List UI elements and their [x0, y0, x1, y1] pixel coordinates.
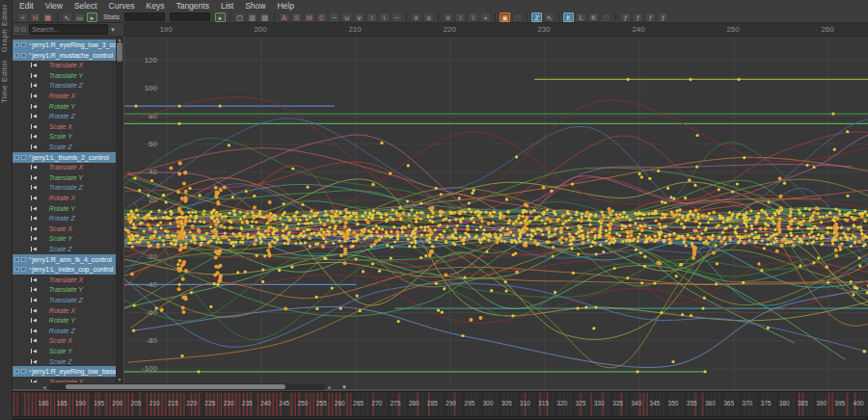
- mute-icon[interactable]: ◀: [31, 298, 37, 302]
- post-infinity-curve-icon-icon[interactable]: ƒ: [633, 13, 643, 22]
- time-snap-toggle-icon[interactable]: ▸: [87, 13, 97, 22]
- attribute-row[interactable]: ◀Rotate X: [13, 91, 116, 101]
- attribute-row[interactable]: ◀Rotate X: [13, 193, 116, 203]
- expand-caret-icon[interactable]: ^: [29, 267, 31, 273]
- frame-selection-button-icon[interactable]: ▨: [259, 13, 270, 22]
- channel-row[interactable]: ^jerry1:L_index_cup_control: [13, 264, 116, 275]
- attribute-row[interactable]: ◀Scale X: [13, 223, 116, 234]
- mute-icon[interactable]: ◀: [31, 287, 37, 292]
- scroll-right-icon[interactable]: ►: [326, 384, 334, 390]
- mute-toggle[interactable]: [21, 42, 26, 47]
- mute-toggle[interactable]: [21, 369, 26, 374]
- value-snap-toggle-icon[interactable]: ▸: [215, 13, 226, 22]
- mute-icon[interactable]: ◀: [31, 134, 37, 139]
- mute-icon[interactable]: ◀: [31, 216, 37, 221]
- list-filter-dropdown-icon[interactable]: ▼: [341, 384, 347, 390]
- clamped-tangent-button-icon[interactable]: M: [304, 13, 314, 22]
- buffer-curve-swap-button-icon[interactable]: •: [480, 13, 491, 22]
- menu-edit[interactable]: Edit: [19, 1, 34, 11]
- menu-list[interactable]: List: [221, 1, 233, 11]
- stacked-view-toggle-icon[interactable]: ▢: [512, 13, 523, 22]
- curve-view[interactable]: 120100806040200-20-40-60-80-100: [123, 37, 868, 389]
- oscillate-curve-icon-icon[interactable]: ƒ: [658, 13, 668, 22]
- attribute-row[interactable]: ◀Translate Y: [13, 172, 116, 183]
- attribute-row[interactable]: ◀Translate X: [13, 275, 116, 285]
- mute-icon[interactable]: ◀: [31, 206, 37, 211]
- solo-toggle[interactable]: [14, 42, 19, 47]
- channel-row[interactable]: ^jerry1:R_arm_fk_4_control: [13, 254, 116, 265]
- mute-icon[interactable]: ◀: [31, 185, 37, 190]
- mute-icon[interactable]: ◀: [31, 318, 37, 323]
- tab-time-editor[interactable]: Time Editor: [0, 60, 13, 103]
- linear-curve-icon-icon[interactable]: ∨: [354, 13, 365, 22]
- step-tangent-icon-icon[interactable]: \: [379, 13, 390, 22]
- insert-keys-tool-icon[interactable]: H: [30, 13, 41, 22]
- menu-curves[interactable]: Curves: [109, 1, 135, 11]
- time-slider[interactable]: 1801851901952002052102152202252302352402…: [0, 391, 868, 416]
- attribute-row[interactable]: ◀Rotate Z: [13, 111, 116, 121]
- attribute-row[interactable]: ◀Rotate Y: [13, 101, 116, 112]
- move-nearest-key-tool-icon[interactable]: +: [17, 13, 28, 22]
- attribute-row[interactable]: ◀Scale Z: [13, 356, 116, 367]
- mute-icon[interactable]: ◀: [31, 328, 37, 333]
- attribute-row[interactable]: ◀Translate X: [13, 162, 116, 172]
- attribute-row[interactable]: ◀Rotate Z: [13, 326, 116, 336]
- attribute-row[interactable]: ◀Rotate Y: [13, 203, 116, 214]
- curve-smoothness-button-icon[interactable]: K: [588, 13, 599, 22]
- break-tangents-button-icon[interactable]: x: [411, 13, 421, 22]
- attribute-row[interactable]: ◀Rotate X: [13, 305, 116, 316]
- mute-icon[interactable]: ◀: [31, 93, 37, 98]
- frame-playback-button-icon[interactable]: ▥: [247, 13, 258, 22]
- channel-row[interactable]: ^jerry1:R_eyeRing_low_base_co: [13, 366, 116, 377]
- absolute-view-toggle-icon[interactable]: ▣: [500, 13, 510, 22]
- attribute-row[interactable]: ◀Translate Z: [13, 295, 116, 305]
- expand-caret-icon[interactable]: ^: [29, 256, 31, 262]
- post-infinity-cycle-button-icon[interactable]: L: [576, 13, 586, 22]
- mute-icon[interactable]: ◀: [31, 165, 37, 170]
- mute-icon[interactable]: ◀: [31, 144, 37, 149]
- unify-tangents-button-icon[interactable]: o: [423, 13, 434, 22]
- attribute-row[interactable]: ◀Scale X: [13, 335, 116, 346]
- mute-icon[interactable]: ◀: [31, 104, 37, 109]
- mute-icon[interactable]: ◀: [31, 359, 37, 364]
- mute-icon[interactable]: ◀: [31, 83, 37, 88]
- attribute-row[interactable]: ◀Translate Y: [13, 70, 116, 81]
- scroll-left-icon[interactable]: ◄: [41, 384, 48, 390]
- curve-area[interactable]: 120100806040200-20-40-60-80-100: [124, 37, 868, 389]
- stats-value-field[interactable]: [170, 13, 210, 21]
- attribute-row[interactable]: ◀Translate Z: [13, 182, 116, 193]
- normalize-toggle-icon[interactable]: ▢: [601, 13, 611, 22]
- plateau-tangent-button-icon[interactable]: C: [316, 13, 327, 22]
- attribute-row[interactable]: ◀Scale Y: [13, 346, 116, 356]
- hscroll-thumb[interactable]: [66, 384, 285, 389]
- attribute-row[interactable]: ◀Rotate Z: [13, 213, 116, 223]
- expand-caret-icon[interactable]: ^: [29, 154, 31, 160]
- mute-icon[interactable]: ◀: [31, 349, 37, 354]
- clamped-curve-icon-icon[interactable]: ∪: [341, 13, 352, 22]
- menu-select[interactable]: Select: [74, 1, 97, 11]
- mute-icon[interactable]: ◀: [31, 175, 37, 180]
- sidebar-vertical-scrollbar[interactable]: ▲ ▼: [116, 37, 123, 382]
- buffer-curve-snapshot-button-icon[interactable]: \: [468, 13, 478, 22]
- stats-frame-field[interactable]: [124, 13, 165, 21]
- free-tangent-weight-button-icon[interactable]: ∨: [443, 13, 453, 22]
- plateau-curve-icon-icon[interactable]: ~: [392, 13, 402, 22]
- mute-icon[interactable]: ◀: [31, 380, 37, 382]
- solo-toggle[interactable]: [14, 155, 19, 160]
- attribute-row[interactable]: ◀Translate Z: [13, 80, 116, 91]
- channel-row[interactable]: ^jerry1:L_thumb_2_control: [13, 152, 116, 163]
- mute-icon[interactable]: ◀: [31, 277, 37, 282]
- scrollbar-thumb[interactable]: [117, 42, 122, 62]
- menu-keys[interactable]: Keys: [147, 1, 165, 11]
- mute-icon[interactable]: ◀: [31, 124, 37, 129]
- menu-show[interactable]: Show: [245, 1, 265, 11]
- channel-row[interactable]: ^jerry1:R_mustache_control: [13, 50, 116, 61]
- cycle-curve-icon-icon[interactable]: ƒ: [645, 13, 656, 22]
- pre-infinity-cycle-button-icon[interactable]: K: [563, 13, 574, 22]
- select-tool-icon[interactable]: ↖: [62, 13, 72, 22]
- frame-all-button-icon[interactable]: ▢: [234, 13, 245, 22]
- spline-tangent-button-icon[interactable]: S: [291, 13, 302, 22]
- flat-tangent-icon-icon[interactable]: /: [366, 13, 377, 22]
- expand-caret-icon[interactable]: ^: [29, 52, 31, 58]
- insert-key-button-icon[interactable]: Z: [531, 13, 542, 22]
